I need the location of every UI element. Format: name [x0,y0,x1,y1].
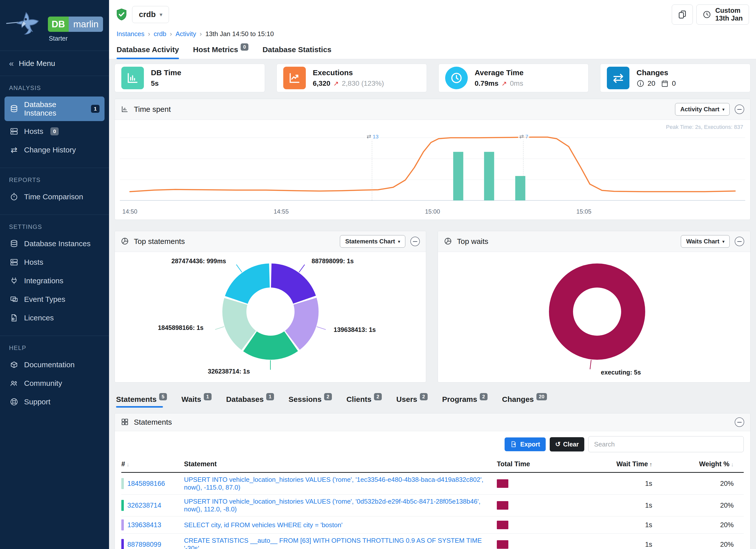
statement-link[interactable]: CREATE STATISTICS __auto__ FROM [63] WIT… [184,537,482,549]
annotation-count: 7 [525,134,528,140]
sidebar-item-support[interactable]: Support [5,394,105,410]
panel-title: Statements [134,418,172,426]
sidebar-item-community[interactable]: Community [5,375,105,392]
instance-selector[interactable]: crdb ▾ [132,6,169,23]
weight-value: 20% [662,534,744,549]
statement-row: 139638413 SELECT city, id FROM vehicles … [121,516,744,534]
logo-badge: DB marlin [48,17,103,32]
tab-database-activity[interactable]: Database Activity [117,45,179,59]
statement-id-link[interactable]: 887898099 [127,541,161,548]
sidebar-item-hosts[interactable]: Hosts 0 [5,123,105,140]
server-icon [10,258,19,267]
change-annotation[interactable]: ⇄ 7 [518,133,529,140]
breadcrumb-crdb[interactable]: crdb [154,30,166,38]
x-tick: 14:50 [122,208,137,215]
sidebar-item-label: Database Instances [24,239,90,248]
tab-clients[interactable]: Clients2 [346,395,382,408]
server-icon [10,127,19,136]
statements-donut-chart[interactable]: 287474436: 999ms 887898099: 1s 184589816… [115,252,426,382]
tab-label: Clients [346,395,371,404]
tab-label: Sessions [289,395,322,404]
host-metrics-badge: 0 [241,43,248,51]
change-annotation[interactable]: ⇄ 13 [365,133,380,140]
sidebar: DB marlin Starter « Hide Menu ANALYSIS D… [0,0,109,549]
export-button[interactable]: Export [505,437,545,451]
column-header-weight[interactable]: Weight %↓ [662,456,744,473]
activity-tab-bar: Database Activity Host Metrics 0 Databas… [116,45,749,59]
search-input[interactable] [588,436,744,452]
breadcrumb-separator: › [200,30,202,38]
waits-count-badge: 1 [204,393,212,400]
tab-sessions[interactable]: Sessions2 [289,395,332,408]
tab-database-statistics[interactable]: Database Statistics [262,45,331,59]
sidebar-item-settings-hosts[interactable]: Hosts [5,254,105,270]
total-time-bar [497,521,508,529]
screens-icon [10,295,19,304]
changes-event-count: 0 [672,79,676,87]
card-executions: Executions 6,320 ↗ 2,830 (123%) [276,64,427,92]
card-average-time: Average Time 0.79ms ↗ 0ms [438,64,589,92]
pie-chart-icon [121,237,129,246]
sidebar-item-database-instances[interactable]: Database Instances 1 [5,97,105,121]
top-header: crdb ▾ Custom 13th Jan Instances › crd [109,0,756,59]
collapse-panel-button[interactable] [735,105,744,114]
waits-donut-chart[interactable]: executing: 5s [438,252,750,382]
nav-section-help: HELP [0,344,109,351]
column-header-total-time[interactable]: Total Time [497,456,580,473]
statement-link[interactable]: UPSERT INTO vehicle_location_histories V… [184,498,481,513]
statements-chart-dropdown[interactable]: Statements Chart ▾ [340,235,405,248]
sidebar-item-documentation[interactable]: Documentation [5,356,105,373]
hide-menu-label: Hide Menu [19,59,55,68]
x-axis: 14:50 14:55 15:00 15:05 [120,207,745,217]
breadcrumb-instances[interactable]: Instances [117,30,144,38]
sidebar-item-settings-database-instances[interactable]: Database Instances [5,235,105,252]
tab-programs[interactable]: Programs2 [442,395,488,408]
waits-chart-dropdown[interactable]: Waits Chart ▾ [681,235,730,248]
collapse-panel-button[interactable] [735,417,744,427]
statement-id-link[interactable]: 1845898166 [127,480,165,488]
statement-link[interactable]: SELECT city, id FROM vehicles WHERE city… [184,521,342,529]
breadcrumb-separator: › [148,30,150,38]
tab-users[interactable]: Users2 [396,395,428,408]
activity-chart[interactable]: ⇄ 13 ⇄ 7 [120,131,745,206]
sidebar-item-licences[interactable]: Licences [5,310,105,326]
plug-icon [10,276,19,285]
trend-up-icon: ↗ [501,80,507,87]
chart-type-label: Statements Chart [345,238,395,245]
tab-waits[interactable]: Waits1 [181,395,212,408]
tab-changes[interactable]: Changes20 [502,395,547,408]
time-range-date: 13th Jan [715,15,743,22]
hide-menu-button[interactable]: « Hide Menu [0,51,109,76]
sidebar-item-integrations[interactable]: Integrations [5,272,105,289]
calendar-icon [661,79,669,87]
time-range-button[interactable]: Custom 13th Jan [696,5,749,25]
statement-id-link[interactable]: 139638413 [127,521,161,529]
programs-count-badge: 2 [480,393,488,400]
top-statements-panel: Top statements Statements Chart ▾ 287474… [115,231,426,383]
tab-host-metrics[interactable]: Host Metrics 0 [193,45,248,59]
stopwatch-icon [10,192,19,201]
statement-link[interactable]: UPSERT INTO vehicle_location_histories V… [184,476,483,491]
collapse-panel-button[interactable] [735,237,744,246]
clear-button[interactable]: ↺ Clear [550,437,584,451]
plan-tier-label: Starter [49,35,103,42]
copy-link-button[interactable] [672,5,693,25]
activity-chart-dropdown[interactable]: Activity Chart ▾ [675,103,730,116]
activity-chart-svg [120,131,745,206]
sidebar-item-event-types[interactable]: Event Types [5,291,105,308]
column-header-statement[interactable]: Statement [184,456,497,473]
statements-table: #↓ Statement Total Time Wait Time↑ Weigh… [121,456,744,549]
waits-donut-svg [534,249,660,374]
column-header-id[interactable]: #↓ [121,456,184,473]
breadcrumb-activity[interactable]: Activity [175,30,196,38]
sidebar-item-time-comparison[interactable]: Time Comparison [5,189,105,205]
annotation-count: 13 [373,134,379,140]
tab-databases[interactable]: Databases1 [226,395,274,408]
collapse-panel-button[interactable] [410,237,420,246]
tab-statements[interactable]: Statements5 [116,395,167,408]
statement-id-link[interactable]: 326238714 [127,502,161,509]
changes-count-badge: 20 [536,393,547,400]
sidebar-item-change-history[interactable]: ⇄ Change History [5,142,105,158]
slice-label: executing: 5s [601,369,641,376]
column-header-wait-time[interactable]: Wait Time↑ [580,456,662,473]
